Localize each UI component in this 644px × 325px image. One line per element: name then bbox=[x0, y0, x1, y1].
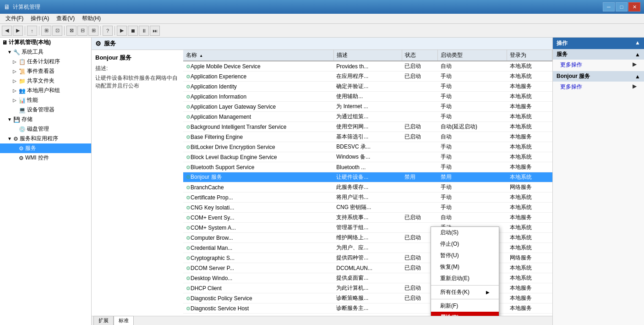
table-row[interactable]: ⚙BitLocker Drive Encryption Service BDES… bbox=[183, 142, 552, 152]
tree-wmi[interactable]: ⚙ WMI 控件 bbox=[0, 153, 91, 163]
table-row[interactable]: ⚙CNG Key Isolati... CNG 密钥隔... 手动 本地系统 bbox=[183, 203, 552, 213]
right-section-title-services: 服务 ▲ bbox=[553, 49, 644, 60]
col-desc[interactable]: 描述 bbox=[333, 50, 402, 61]
ctx-restart[interactable]: 重新启动(E) bbox=[431, 273, 499, 284]
menu-bar: 文件(F) 操作(A) 查看(V) 帮助(H) bbox=[0, 14, 644, 24]
table-row[interactable]: ⚙Application Information 使用辅助... 手动 本地系统 bbox=[183, 92, 552, 102]
export-button[interactable]: ⊞ bbox=[88, 26, 98, 36]
table-row[interactable]: ⚙Application Experience 在应用程序... 已启动 手动 … bbox=[183, 72, 552, 82]
cell-name: ⚙Background Intelligent Transfer Service bbox=[183, 122, 333, 132]
tree-system-tools[interactable]: ▼ 🔧 系统工具 bbox=[0, 47, 91, 57]
expand-icon: ▷ bbox=[13, 59, 18, 64]
cell-name: ⚙Application Experience bbox=[183, 72, 333, 82]
ctx-start[interactable]: 启动(S) bbox=[431, 227, 499, 238]
services-table-container[interactable]: 名称 ▲ 描述 状态 启动类型 登录为 ⚙Apple Mobile Device… bbox=[183, 50, 552, 316]
tree-services-label: 服务 bbox=[25, 144, 36, 152]
ctx-properties[interactable]: 属性(R) bbox=[431, 312, 499, 316]
tab-expand[interactable]: 扩展 bbox=[93, 316, 114, 325]
tree-services-apps[interactable]: ▼ ⚙ 服务和应用程序 bbox=[0, 134, 91, 143]
tab-standard[interactable]: 标准 bbox=[114, 316, 134, 325]
col-status[interactable]: 状态 bbox=[402, 50, 438, 61]
tree-disk-mgmt[interactable]: 💿 磁盘管理 bbox=[0, 124, 91, 134]
cell-login: 本地系统 bbox=[507, 152, 552, 162]
cell-startup: 禁用 bbox=[438, 172, 507, 182]
cell-desc: 为通过组策... bbox=[333, 112, 402, 122]
cell-status bbox=[402, 193, 438, 203]
col-name[interactable]: 名称 ▲ bbox=[183, 50, 333, 61]
table-row[interactable]: ⚙BranchCache 此服务缓存... 手动 网络服务 bbox=[183, 182, 552, 193]
table-row[interactable]: ⚙Apple Mobile Device Service Provides th… bbox=[183, 61, 552, 72]
ctx-stop[interactable]: 停止(O) bbox=[431, 238, 499, 250]
skip-button[interactable]: ⏭ bbox=[150, 26, 160, 36]
ctx-all-tasks[interactable]: 所有任务(K) ▶ bbox=[431, 286, 499, 298]
cell-login: 本地系统 bbox=[507, 112, 552, 122]
right-action-more2[interactable]: 更多操作 ▶ bbox=[553, 82, 644, 92]
play-button[interactable]: ▶ bbox=[117, 26, 127, 36]
tree-local-users[interactable]: ▷ 👥 本地用户和组 bbox=[0, 86, 91, 95]
toolbar: ◀ ▶ ↑ ⊞ ⊡ ⊠ ⊟ ⊞ ? ▶ ⏹ ⏸ ⏭ bbox=[0, 24, 644, 38]
tree-performance[interactable]: ▷ 📊 性能 bbox=[0, 95, 91, 105]
show-hide-button[interactable]: ⊞ bbox=[41, 26, 51, 36]
help-button[interactable]: ? bbox=[103, 26, 113, 36]
pause-button[interactable]: ⏸ bbox=[139, 26, 149, 36]
cell-login: 本地系统 bbox=[507, 203, 552, 213]
table-row[interactable]: ⚙Background Intelligent Transfer Service… bbox=[183, 122, 552, 132]
title-bar: 🖥 计算机管理 ─ □ ✕ bbox=[0, 0, 644, 14]
cell-desc: 支持系统事... bbox=[333, 213, 402, 223]
ctx-pause[interactable]: 暂停(U) bbox=[431, 250, 499, 261]
tree-device-manager[interactable]: 💻 设备管理器 bbox=[0, 105, 91, 115]
tree-disk-label: 磁盘管理 bbox=[27, 125, 49, 133]
table-row[interactable]: ⚙Block Level Backup Engine Service Windo… bbox=[183, 152, 552, 162]
cell-desc: BDESVC 承... bbox=[333, 142, 402, 152]
tree-shared-folders[interactable]: ▷ 📁 共享文件夹 bbox=[0, 76, 91, 86]
forward-button[interactable]: ▶ bbox=[13, 26, 23, 36]
table-row[interactable]: ⚙Application Identity 确定并验证... 手动 本地服务 bbox=[183, 82, 552, 92]
menu-help[interactable]: 帮助(H) bbox=[78, 14, 104, 23]
tree-storage[interactable]: ▼ 💾 存储 bbox=[0, 115, 91, 124]
cell-startup: 手动 bbox=[438, 162, 507, 172]
cell-desc: 确定并验证... bbox=[333, 82, 402, 92]
cell-name: ⚙DCOM Server P... bbox=[183, 263, 333, 273]
menu-view[interactable]: 查看(V) bbox=[53, 14, 78, 23]
tree-device-label: 设备管理器 bbox=[27, 106, 55, 114]
menu-file[interactable]: 文件(F) bbox=[2, 14, 27, 23]
cell-login: 本地服务 bbox=[507, 132, 552, 142]
table-row[interactable]: ⚙Certificate Prop... 将用户证书... 手动 本地系统 bbox=[183, 193, 552, 203]
services-header-icon: ⚙ bbox=[95, 40, 101, 47]
tree-button[interactable]: ⊡ bbox=[52, 26, 62, 36]
table-row[interactable]: ⚙Bonjour 服务 让硬件设备... 禁用 禁用 本地系统 bbox=[183, 172, 552, 182]
menu-action[interactable]: 操作(A) bbox=[27, 14, 53, 23]
back-button[interactable]: ◀ bbox=[2, 26, 12, 36]
tree-task-scheduler[interactable]: ▷ 📋 任务计划程序 bbox=[0, 57, 91, 66]
tree-event-viewer[interactable]: ▷ 📜 事件查看器 bbox=[0, 66, 91, 76]
cell-status bbox=[402, 82, 438, 92]
right-action-more1[interactable]: 更多操作 ▶ bbox=[553, 60, 644, 70]
col-startup[interactable]: 启动类型 bbox=[438, 50, 507, 61]
map-button[interactable]: ⊠ bbox=[66, 26, 76, 36]
cell-name: ⚙Block Level Backup Engine Service bbox=[183, 152, 333, 162]
device-icon: 💻 bbox=[19, 107, 26, 113]
table-row[interactable]: ⚙Bluetooth Support Service Bluetooth ...… bbox=[183, 162, 552, 172]
table-row[interactable]: ⚙COM+ Event Sy... 支持系统事... 已启动 自动 本地服务 bbox=[183, 213, 552, 223]
maximize-button[interactable]: □ bbox=[616, 2, 628, 11]
table-row[interactable]: ⚙Application Management 为通过组策... 手动 本地系统 bbox=[183, 112, 552, 122]
cell-desc: Bluetooth ... bbox=[333, 162, 402, 172]
ctx-resume[interactable]: 恢复(M) bbox=[431, 261, 499, 273]
context-menu[interactable]: 启动(S) 停止(O) 暂停(U) 恢复(M) 重新启动(E) 所有任务(K) … bbox=[431, 226, 499, 316]
ctx-refresh[interactable]: 刷新(F) bbox=[431, 300, 499, 312]
tree-shared-label: 共享文件夹 bbox=[27, 77, 55, 85]
stop-button[interactable]: ⏹ bbox=[128, 26, 138, 36]
table-row[interactable]: ⚙Base Filtering Engine 基本筛选引... 已启动 自动 本… bbox=[183, 132, 552, 142]
col-login[interactable]: 登录为 bbox=[507, 50, 552, 61]
tree-wmi-label: WMI 控件 bbox=[25, 154, 49, 162]
tree-users-label: 本地用户和组 bbox=[27, 87, 60, 94]
tree-root[interactable]: 🖥 计算机管理(本地) bbox=[0, 38, 91, 47]
cell-login: 本地系统 bbox=[507, 233, 552, 243]
tree-services[interactable]: ⚙ 服务 bbox=[0, 143, 91, 153]
map2-button[interactable]: ⊟ bbox=[77, 26, 87, 36]
cell-startup: 手动 bbox=[438, 82, 507, 92]
table-row[interactable]: ⚙Application Layer Gateway Service 为 Int… bbox=[183, 102, 552, 112]
minimize-button[interactable]: ─ bbox=[603, 2, 615, 11]
close-button[interactable]: ✕ bbox=[628, 2, 640, 11]
up-button[interactable]: ↑ bbox=[27, 26, 37, 36]
